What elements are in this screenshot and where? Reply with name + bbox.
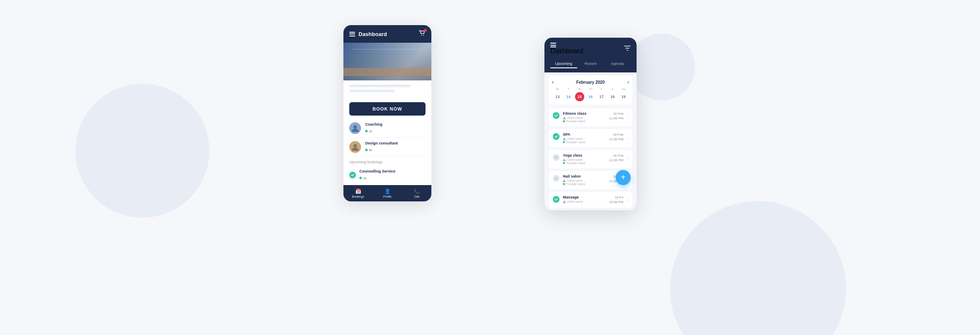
profile-icon: 👤	[384, 188, 391, 194]
yoga-arrow: ›	[627, 157, 628, 162]
nav-item-profile[interactable]: 👤 Profile	[373, 188, 402, 198]
fitness-date: 16 Feb 11:00 PM	[609, 111, 623, 121]
cal-day-18[interactable]: 18	[608, 92, 617, 101]
book-now-button[interactable]: BOOK NOW	[349, 102, 426, 116]
calendar-days: 13 14 15 16 17 18 19	[552, 92, 629, 101]
phone-front-title: Dashboard	[550, 47, 583, 54]
spa-provider: Provider name	[563, 141, 606, 144]
bookings-label: Bookings	[352, 195, 364, 198]
calendar-section: ‹ February 2020 › M T W Th F S Su 13 14 …	[549, 76, 632, 105]
service-item-design[interactable]: Design consultant 4h	[349, 138, 426, 157]
front-menu-icon[interactable]	[550, 43, 583, 47]
service-item-coaching[interactable]: Coaching 1h	[349, 119, 426, 138]
tab-recent[interactable]: Recent	[577, 60, 604, 68]
phone-back-header: Dashboard	[343, 25, 431, 43]
skeleton-line-2	[349, 90, 395, 92]
counselling-info: Counselling Service 1h	[359, 169, 426, 181]
phone-back-title: Dashboard	[358, 31, 387, 37]
coaching-info: Coaching 1h	[365, 122, 426, 134]
cart-badge	[424, 29, 427, 32]
design-badge: 4h	[365, 149, 372, 152]
day-header-Su: Su	[618, 88, 629, 90]
call-label: Call	[414, 195, 419, 198]
nail-check	[553, 175, 560, 182]
cal-next-arrow[interactable]: ›	[627, 79, 629, 85]
provider-dot	[563, 120, 565, 122]
profile-label: Profile	[383, 195, 392, 198]
massage-info: Massage Client name	[563, 195, 606, 204]
phone-front: Dashboard Upcoming Recent Agenda ‹ Febru…	[544, 38, 637, 210]
front-header-left: Dashboard	[550, 43, 583, 55]
day-header-W: W	[574, 88, 585, 90]
cal-month-label: February 2020	[576, 80, 605, 85]
tab-upcoming[interactable]: Upcoming	[550, 60, 577, 68]
cal-day-17[interactable]: 17	[597, 92, 606, 101]
day-header-T: T	[563, 88, 574, 90]
booking-item-yoga[interactable]: Yoga class Client name Provider name 16 …	[549, 150, 632, 168]
bg-decoration-left	[75, 84, 209, 218]
design-info: Design consultant 4h	[365, 141, 426, 153]
cal-prev-arrow[interactable]: ‹	[552, 79, 554, 85]
room-floor-line	[343, 68, 431, 76]
upcoming-item-counselling[interactable]: Counselling Service 1h	[349, 167, 426, 183]
avatar-photo-icon	[349, 141, 361, 153]
cal-day-14[interactable]: 14	[564, 92, 573, 101]
counselling-check	[349, 172, 356, 178]
massage-client: Client name	[563, 200, 606, 203]
fitness-client: Client name	[563, 116, 606, 119]
call-icon: 📞	[414, 188, 420, 194]
nail-provider: Provider name	[563, 183, 606, 186]
spa-provider-dot	[563, 141, 565, 143]
design-name: Design consultant	[365, 141, 426, 145]
svg-point-2	[353, 125, 357, 129]
cal-day-13[interactable]: 13	[553, 92, 562, 101]
massage-name: Massage	[563, 195, 606, 199]
nav-item-call[interactable]: 📞 Call	[402, 188, 431, 198]
filter-icon[interactable]	[624, 45, 631, 52]
spa-client: Client name	[563, 137, 606, 140]
day-header-M: M	[552, 88, 563, 90]
fitness-arrow: ›	[627, 115, 628, 120]
booking-item-spa[interactable]: SPA Client name Provider name 16 Feb 11:…	[549, 129, 632, 147]
day-header-S: S	[607, 88, 618, 90]
coaching-badge-dot	[365, 130, 368, 132]
spa-name: SPA	[563, 132, 606, 137]
massage-check	[553, 196, 560, 203]
coaching-badge: 1h	[365, 130, 372, 133]
cal-day-16[interactable]: 16	[586, 92, 595, 101]
svg-point-8	[555, 178, 557, 179]
counselling-badge-dot	[359, 177, 362, 179]
fitness-check	[553, 112, 560, 119]
massage-arrow: ›	[627, 198, 628, 202]
calendar-day-headers: M T W Th F S Su	[552, 88, 629, 90]
cal-day-15[interactable]: 15	[575, 92, 584, 101]
avatar-person-icon	[349, 122, 361, 134]
cal-day-19[interactable]: 19	[619, 92, 628, 101]
phone-front-header: Dashboard	[544, 38, 637, 60]
booking-item-massage[interactable]: Massage Client name 16 Fe 10:00 PM ›	[549, 192, 632, 208]
cart-icon-wrapper[interactable]	[419, 30, 426, 38]
fitness-info: Fitness class Client name Provider name	[563, 111, 606, 123]
phone-back: Dashboard BOOK NOW	[343, 25, 431, 201]
booking-item-fitness[interactable]: Fitness class Client name Provider name …	[549, 108, 632, 126]
yoga-provider-dot	[563, 162, 565, 164]
bg-decoration-right-bottom	[670, 201, 846, 335]
nail-info: Nail salon Client name Provider name	[563, 174, 606, 186]
nav-item-bookings[interactable]: 📅 Bookings	[343, 188, 373, 198]
service-list: Coaching 1h De	[343, 119, 431, 157]
hero-image	[343, 43, 431, 80]
room-ceiling-line	[352, 49, 423, 49]
day-header-F: F	[596, 88, 607, 90]
tab-agenda[interactable]: Agenda	[604, 60, 631, 68]
yoga-provider: Provider name	[563, 162, 606, 165]
fitness-provider: Provider name	[563, 120, 606, 123]
nail-name: Nail salon	[563, 174, 606, 178]
counselling-name: Counselling Service	[359, 169, 426, 173]
mockup-container: Dashboard BOOK NOW	[343, 25, 637, 310]
nail-client: Client name	[563, 179, 606, 182]
spa-info: SPA Client name Provider name	[563, 132, 606, 144]
room-decoration	[343, 43, 431, 80]
menu-icon[interactable]	[349, 32, 355, 36]
yoga-check	[553, 154, 560, 161]
fitness-name: Fitness class	[563, 111, 606, 116]
